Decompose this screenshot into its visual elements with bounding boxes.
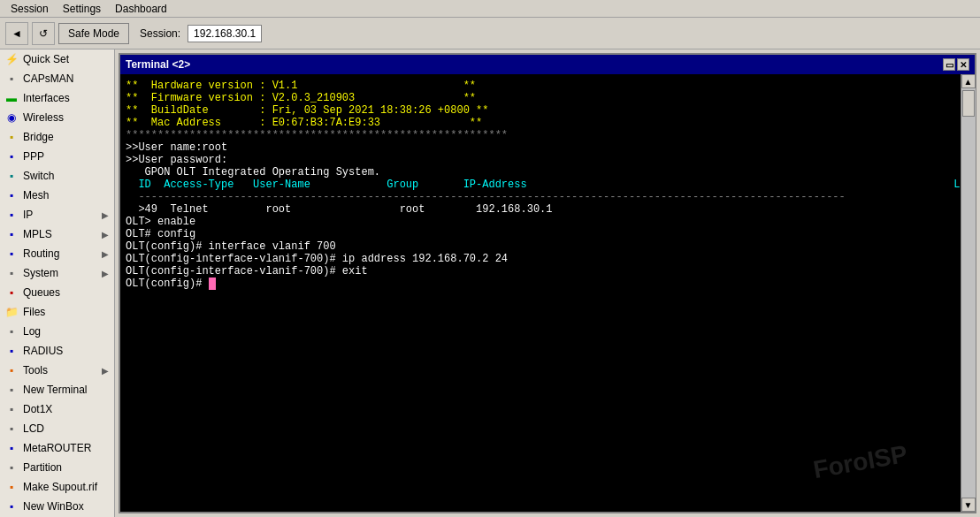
sidebar-label-bridge: Bridge	[23, 131, 54, 143]
sidebar-label-capsman: CAPsMAN	[23, 72, 73, 85]
sidebar: ⚡Quick Set▪CAPsMAN▬Interfaces◉Wireless▪B…	[0, 49, 115, 517]
sidebar-label-ppp: PPP	[23, 150, 44, 163]
sidebar-item-files[interactable]: 📁Files	[0, 302, 114, 322]
sidebar-item-new-winbox[interactable]: ▪New WinBox	[0, 497, 114, 516]
back-button[interactable]: ◄	[5, 22, 28, 45]
sidebar-label-queues: Queues	[23, 286, 60, 299]
sidebar-icon-interfaces: ▬	[5, 92, 18, 104]
sidebar-icon-capsman: ▪	[5, 72, 18, 85]
sidebar-item-mesh[interactable]: ▪Mesh	[0, 186, 114, 205]
sidebar-item-capsman[interactable]: ▪CAPsMAN	[0, 69, 114, 88]
sidebar-arrow-routing: ▶	[102, 249, 109, 259]
sidebar-icon-mesh: ▪	[5, 189, 18, 201]
main-layout: ⚡Quick Set▪CAPsMAN▬Interfaces◉Wireless▪B…	[0, 49, 980, 517]
terminal-line-19: OLT(config)# interface vlanif 700	[126, 240, 955, 253]
sidebar-label-switch: Switch	[23, 170, 54, 182]
sidebar-item-system[interactable]: ▪System▶	[0, 263, 114, 283]
sidebar-label-metarouter: MetaROUTER	[23, 442, 91, 454]
sidebar-item-routing[interactable]: ▪Routing▶	[0, 244, 114, 263]
sidebar-label-routing: Routing	[23, 247, 59, 260]
menubar: Session Settings Dashboard	[0, 0, 980, 18]
terminal-line-2: ** BuildDate : Fri, 03 Sep 2021 18:38:26…	[126, 104, 955, 117]
menu-settings[interactable]: Settings	[56, 1, 108, 17]
terminal-scrollbar[interactable]: ▲ ▼	[961, 74, 975, 512]
sidebar-label-tools: Tools	[23, 364, 48, 376]
sidebar-item-wireless[interactable]: ◉Wireless	[0, 108, 114, 127]
terminal-line-1: ** Firmware version : V2.0.3_210903 **	[126, 92, 955, 104]
terminal-controls: ▭ ✕	[943, 58, 969, 71]
safe-mode-button[interactable]: Safe Mode	[58, 23, 129, 44]
sidebar-icon-system: ▪	[5, 267, 18, 279]
sidebar-icon-lcd: ▪	[5, 422, 18, 435]
sidebar-item-lcd[interactable]: ▪LCD	[0, 419, 114, 438]
terminal-line-23: OLT(config-interface-vlanif-700)# exit	[126, 265, 955, 278]
scroll-thumb[interactable]	[962, 90, 975, 117]
terminal-line-6: >>User name:root	[126, 141, 955, 154]
sidebar-item-queues[interactable]: ▪Queues	[0, 283, 114, 302]
sidebar-icon-radius: ▪	[5, 345, 18, 357]
terminal-line-11: ID Access-Type User-Name Group IP-Addres…	[126, 179, 955, 191]
sidebar-item-ip[interactable]: ▪IP▶	[0, 205, 114, 224]
sidebar-item-switch[interactable]: ▪Switch	[0, 166, 114, 186]
sidebar-arrow-system: ▶	[102, 269, 109, 278]
scroll-up-button[interactable]: ▲	[961, 74, 976, 88]
sidebar-icon-bridge: ▪	[5, 131, 18, 143]
sidebar-icon-quick-set: ⚡	[5, 53, 18, 65]
session-ip: 192.168.30.1	[188, 25, 262, 42]
terminal-body[interactable]: ** Hardware version : V1.1 **** Firmware…	[120, 74, 961, 512]
terminal-line-0: ** Hardware version : V1.1 **	[126, 80, 955, 92]
sidebar-arrow-mpls: ▶	[102, 230, 109, 239]
terminal-line-21: OLT(config-interface-vlanif-700)# ip add…	[126, 253, 955, 265]
terminal-titlebar: Terminal <2> ▭ ✕	[120, 55, 975, 74]
sidebar-item-make-supout[interactable]: ▪Make Supout.rif	[0, 477, 114, 497]
sidebar-item-partition[interactable]: ▪Partition	[0, 458, 114, 477]
terminal-restore-button[interactable]: ▭	[943, 58, 955, 71]
scroll-down-button[interactable]: ▼	[961, 498, 976, 512]
sidebar-label-interfaces: Interfaces	[23, 92, 70, 104]
sidebar-icon-switch: ▪	[5, 170, 18, 182]
sidebar-label-make-supout: Make Supout.rif	[23, 481, 97, 493]
sidebar-icon-queues: ▪	[5, 286, 18, 299]
sidebar-item-quick-set[interactable]: ⚡Quick Set	[0, 49, 114, 69]
terminal-content: ** Hardware version : V1.1 **** Firmware…	[120, 74, 975, 512]
toolbar: ◄ ↺ Safe Mode Session: 192.168.30.1	[0, 18, 980, 49]
menu-session[interactable]: Session	[4, 1, 56, 17]
sidebar-item-new-terminal[interactable]: ▪New Terminal	[0, 380, 114, 399]
sidebar-label-mpls: MPLS	[23, 228, 52, 240]
sidebar-label-partition: Partition	[23, 461, 62, 474]
sidebar-label-wireless: Wireless	[23, 111, 64, 124]
sidebar-label-quick-set: Quick Set	[23, 53, 69, 65]
sidebar-item-tools[interactable]: ▪Tools▶	[0, 361, 114, 380]
sidebar-item-metarouter[interactable]: ▪MetaROUTER	[0, 438, 114, 458]
terminal-line-4: ****************************************…	[126, 129, 955, 141]
terminal-window: Terminal <2> ▭ ✕ ** Hardware version : V…	[119, 53, 976, 513]
sidebar-item-ppp[interactable]: ▪PPP	[0, 147, 114, 166]
sidebar-icon-new-winbox: ▪	[5, 500, 18, 513]
sidebar-icon-dot1x: ▪	[5, 403, 18, 415]
sidebar-label-mesh: Mesh	[23, 189, 49, 201]
terminal-line-17: OLT# config	[126, 228, 955, 240]
sidebar-item-interfaces[interactable]: ▬Interfaces	[0, 88, 114, 108]
refresh-button[interactable]: ↺	[32, 22, 55, 45]
sidebar-label-log: Log	[23, 325, 41, 338]
sidebar-item-mpls[interactable]: ▪MPLS▶	[0, 224, 114, 244]
sidebar-label-lcd: LCD	[23, 422, 44, 435]
sidebar-label-dot1x: Dot1X	[23, 403, 52, 415]
sidebar-icon-ppp: ▪	[5, 150, 18, 163]
sidebar-item-radius[interactable]: ▪RADIUS	[0, 341, 114, 361]
menu-dashboard[interactable]: Dashboard	[108, 1, 174, 17]
terminal-close-button[interactable]: ✕	[957, 58, 969, 71]
sidebar-icon-wireless: ◉	[5, 111, 18, 124]
sidebar-item-dot1x[interactable]: ▪Dot1X	[0, 399, 114, 419]
sidebar-item-bridge[interactable]: ▪Bridge	[0, 127, 114, 147]
terminal-line-7: >>User password:	[126, 154, 955, 166]
sidebar-item-log[interactable]: ▪Log	[0, 322, 114, 341]
session-label: Session:	[140, 27, 180, 40]
sidebar-icon-files: 📁	[5, 306, 18, 318]
sidebar-icon-ip: ▪	[5, 209, 18, 221]
sidebar-arrow-tools: ▶	[102, 366, 109, 376]
sidebar-label-new-winbox: New WinBox	[23, 500, 84, 513]
terminal-line-12: ----------------------------------------…	[126, 191, 955, 203]
sidebar-label-system: System	[23, 267, 58, 279]
sidebar-icon-tools: ▪	[5, 364, 18, 376]
